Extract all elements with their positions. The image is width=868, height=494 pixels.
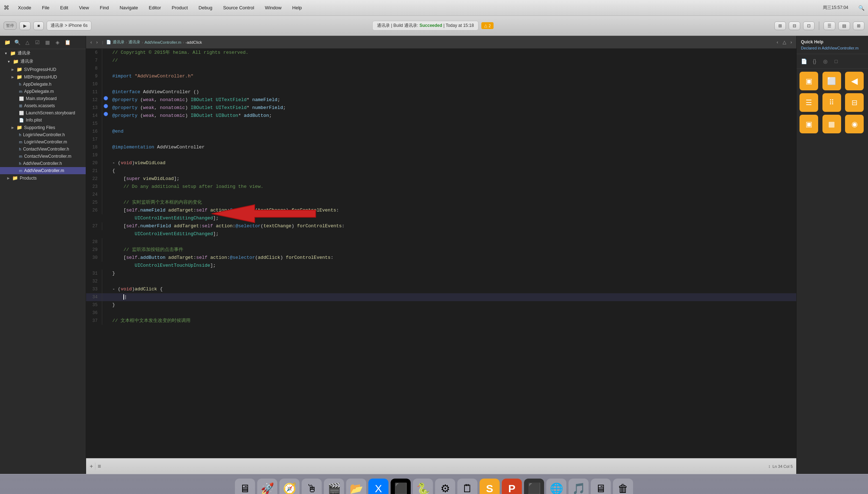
items-btn[interactable]: ≡	[98, 463, 101, 470]
sidebar-item-main-storyboard[interactable]: ⬜ Main.storyboard	[0, 95, 86, 102]
nav-forward-btn[interactable]: ›	[95, 39, 99, 46]
sidebar-item-loginvc-m[interactable]: m LoginViewController.m	[0, 138, 86, 146]
menu-file[interactable]: File	[40, 4, 52, 11]
editor-version-btn[interactable]: ⊡	[803, 22, 815, 30]
sidebar-item-addvc-m[interactable]: m AddViewController.m	[0, 167, 86, 174]
dock-launchpad[interactable]: 🚀	[257, 479, 277, 494]
sidebar-item-products[interactable]: ▶ 📁 Products	[0, 174, 86, 182]
sidebar-warning-icon[interactable]: △	[23, 38, 32, 47]
sidebar-item-mbprogresshud[interactable]: ▶ 📁 MBProgressHUD	[0, 73, 86, 81]
menu-view[interactable]: View	[77, 4, 91, 11]
navigator-toggle-btn[interactable]: ☰	[824, 22, 835, 30]
ui-comp-scrollview[interactable]: ▣	[799, 115, 818, 133]
dock-browser-alt[interactable]: 🌐	[546, 479, 566, 494]
dock-settings[interactable]: ⚙	[435, 479, 455, 494]
menu-debug[interactable]: Debug	[197, 4, 214, 11]
menu-navigate[interactable]: Navigate	[117, 4, 140, 11]
dock-video[interactable]: 🎬	[324, 479, 344, 494]
inspector-toggle-btn[interactable]: ⊞	[853, 22, 864, 30]
dock-terminal[interactable]: ⬛	[391, 479, 411, 494]
ui-comp-label[interactable]: ⬜	[822, 72, 841, 90]
apple-menu[interactable]: ⌘	[4, 4, 9, 11]
line-dot-14	[102, 112, 109, 116]
menu-help[interactable]: Help	[290, 4, 304, 11]
add-file-btn[interactable]: +	[90, 463, 93, 470]
line-col-indicator[interactable]: ↕	[768, 464, 770, 469]
breadcrumb-item-4[interactable]: -addClick	[185, 40, 202, 44]
sidebar-item-project[interactable]: ▼ 📁 通讯录	[0, 49, 86, 57]
dock-notes[interactable]: 🗒	[457, 479, 477, 494]
ui-comp-collectionview[interactable]: ⠿	[822, 93, 841, 112]
menu-find[interactable]: Find	[98, 4, 111, 11]
code-editor[interactable]: 6 // Copyright © 2015年 heima. All rights…	[86, 49, 796, 325]
sidebar-folder-icon[interactable]: 📁	[3, 38, 11, 47]
folder-icon: 📁	[16, 67, 22, 72]
run-button[interactable]: ▶	[19, 22, 30, 30]
sidebar-search-icon[interactable]: 🔍	[13, 38, 22, 47]
dock-mouse[interactable]: 🖱	[302, 479, 322, 494]
nav-back-btn[interactable]: ‹	[89, 39, 93, 46]
stop-button[interactable]: ■	[33, 22, 44, 30]
sidebar-item-loginvc-h[interactable]: h LoginViewController.h	[0, 131, 86, 138]
quick-help-btn[interactable]: {}	[810, 57, 819, 66]
menu-edit[interactable]: Edit	[58, 4, 70, 11]
triangle-icon: ▶	[11, 75, 14, 79]
line-code: @interface AddViewController ()	[109, 88, 796, 96]
ui-comp-back[interactable]: ◀	[845, 72, 864, 90]
debug-toggle-btn[interactable]: ▤	[838, 22, 850, 30]
sidebar-item-assets[interactable]: ⊞ Assets.xcassets	[0, 102, 86, 109]
line-number: 37	[86, 317, 102, 325]
history-btn[interactable]: ◎	[821, 57, 830, 66]
sidebar-item-appdelegate-m[interactable]: m AppDelegate.m	[0, 88, 86, 95]
ui-comp-imageview[interactable]: ◉	[845, 115, 864, 133]
sidebar-item-contactvc-m[interactable]: m ContactViewController.m	[0, 153, 86, 160]
line-number: 30	[86, 254, 102, 262]
sidebar-item-addvc-h[interactable]: h AddViewController.h	[0, 160, 86, 167]
menu-xcode[interactable]: Xcode	[16, 4, 33, 11]
menu-window[interactable]: Window	[263, 4, 284, 11]
dock-music[interactable]: 🎵	[569, 479, 589, 494]
search-icon[interactable]: 🔍	[858, 5, 864, 11]
file-inspector-btn[interactable]: 📄	[799, 57, 808, 66]
scheme-selector[interactable]: 通讯录 > iPhone 6s	[51, 23, 88, 29]
nav-next-issue-btn[interactable]: ›	[789, 39, 793, 46]
bookmarks-btn[interactable]: □	[832, 57, 840, 66]
warning-badge[interactable]: △ 2	[481, 22, 494, 29]
sidebar-item-svprogresshud[interactable]: ▶ 📁 SVProgressHUD	[0, 66, 86, 73]
sidebar-item-appdelegate-h[interactable]: h AppDelegate.h	[0, 81, 86, 88]
dock-files[interactable]: 📂	[346, 479, 366, 494]
menu-product[interactable]: Product	[170, 4, 190, 11]
breadcrumb-item-1[interactable]: 通讯录	[113, 39, 124, 45]
sidebar-report-icon[interactable]: 📋	[63, 38, 72, 47]
dock-xcode[interactable]: X	[368, 479, 388, 494]
breadcrumb-item-3[interactable]: AddViewController.m	[145, 40, 181, 44]
sidebar-item-launchscreen[interactable]: ⬜ LaunchScreen.storyboard	[0, 109, 86, 117]
ui-comp-tableviewcell[interactable]: ▦	[822, 115, 841, 133]
editor-assistant-btn[interactable]: ⊟	[789, 22, 800, 30]
sidebar-breakpoint-icon[interactable]: ◈	[53, 38, 62, 47]
ui-comp-view[interactable]: ▣	[799, 72, 818, 90]
dock-python[interactable]: 🐍	[413, 479, 433, 494]
sidebar-item-infoplist[interactable]: 📄 Info.plist	[0, 117, 86, 124]
right-panel: Quick Help Declared in AddViewController…	[796, 36, 868, 474]
nav-warning-btn[interactable]: △	[781, 39, 788, 46]
dock-finder[interactable]: 🖥	[235, 479, 255, 494]
menu-source-control[interactable]: Source Control	[221, 4, 256, 11]
dock-powerpoint[interactable]: P	[502, 479, 522, 494]
sidebar-test-icon[interactable]: ☑	[33, 38, 42, 47]
breadcrumb-item-2[interactable]: 通讯录	[128, 39, 140, 45]
nav-prev-issue-btn[interactable]: ‹	[775, 39, 779, 46]
menu-editor[interactable]: Editor	[147, 4, 163, 11]
editor-standard-btn[interactable]: ⊞	[774, 22, 786, 30]
sidebar-item-group[interactable]: ▼ 📁 通讯录	[0, 57, 86, 66]
dock-sketch[interactable]: S	[480, 479, 500, 494]
ui-comp-tableview[interactable]: ☰	[799, 93, 818, 112]
dock-safari[interactable]: 🧭	[279, 479, 299, 494]
dock-iterm[interactable]: ⬛	[524, 479, 544, 494]
sidebar-item-contactvc-h[interactable]: h ContactViewController.h	[0, 146, 86, 153]
sidebar-item-supporting[interactable]: ▶ 📁 Supporting Files	[0, 124, 86, 131]
dock-trash[interactable]: 🗑	[613, 479, 633, 494]
sidebar-debug-icon[interactable]: ▦	[43, 38, 52, 47]
ui-comp-tabview[interactable]: ⊟	[845, 93, 864, 112]
dock-monitor[interactable]: 🖥	[591, 479, 611, 494]
